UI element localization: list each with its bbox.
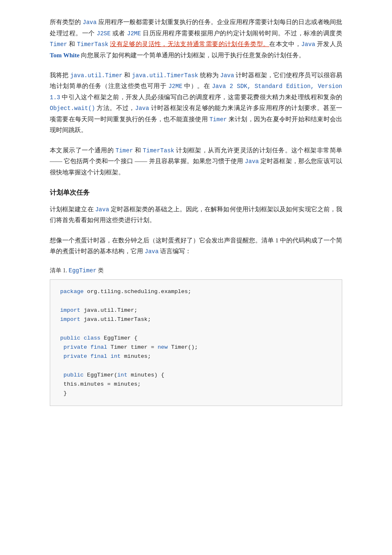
code-java2sdk: Java 2 SDK, Standard Edition, Version 1.… [50, 83, 342, 101]
section-paragraph-2: 想像一个煮蛋计时器，在数分钟之后（这时蛋煮好了）它会发出声音提醒您。清单 1 中… [50, 235, 342, 257]
author-name-tom: Tom [50, 52, 62, 59]
code-java-2: Java [301, 41, 315, 48]
author-name-white: White [63, 52, 79, 59]
kw-final-1: final [90, 344, 107, 350]
code-eggtimer-label: EggTimer [69, 267, 97, 274]
code-java-7: Java [145, 248, 159, 255]
code-j2me: J2ME [127, 30, 141, 37]
section-paragraph-1: 计划框架建立在 Java 定时器框架类的基础之上。因此，在解释如何使用计划框架以… [50, 204, 342, 226]
code-java-util-timertask: java.util.TimerTask [132, 72, 198, 79]
code-timer-3: Timer [116, 147, 133, 154]
code-j2se: J2SE [97, 30, 111, 37]
kw-class-1: class [84, 335, 101, 341]
kw-final-2: final [90, 353, 107, 359]
code-timer-2: Timer [209, 116, 227, 123]
code-java-4: Java [135, 105, 149, 112]
code-java-3: Java [220, 72, 234, 79]
code-j2me-2: J2ME [168, 83, 183, 90]
kw-import-2: import [60, 316, 80, 323]
text-highlight-red: 没有足够的灵活性，无法支持通常需要的计划任务类型。 [110, 41, 269, 47]
page-container: 所有类型的 Java 应用程序一般都需要计划重复执行的任务。企业应用程序需要计划… [0, 0, 392, 432]
kw-import-1: import [60, 307, 80, 313]
code-java-1: Java [83, 19, 97, 26]
code-label: 清单 1. EggTimer 类 [50, 266, 342, 276]
kw-public-2: public [63, 372, 84, 378]
paragraph-3: 本文展示了一个通用的 Timer 和 TimerTask 计划框架，从而允许更灵… [50, 145, 342, 178]
code-java-util-timer: java.util.Timer [70, 72, 122, 79]
code-timer-1: Timer [50, 41, 67, 48]
code-object-wait: Object.wait() [50, 105, 95, 112]
kw-private-2: private [63, 353, 87, 359]
code-java-5: Java [245, 158, 259, 165]
paragraph-2: 我将把 java.util.Timer 和 java.util.TimerTas… [50, 70, 342, 136]
kw-int-2: int [117, 372, 127, 378]
code-timertask-2: TimerTask [143, 147, 174, 154]
code-java-6: Java [95, 206, 109, 213]
paragraph-1: 所有类型的 Java 应用程序一般都需要计划重复执行的任务。企业应用程序需要计划… [50, 17, 342, 61]
kw-int-1: int [111, 353, 121, 359]
section-title: 计划单次任务 [50, 187, 342, 198]
code-block: package org.tiling.scheduling.examples; … [50, 279, 342, 406]
code-timertask-1: TimerTask [77, 41, 109, 48]
kw-new-1: new [158, 344, 168, 350]
kw-package: package [60, 289, 84, 295]
kw-private-1: private [63, 344, 87, 350]
kw-public-1: public [60, 335, 80, 341]
